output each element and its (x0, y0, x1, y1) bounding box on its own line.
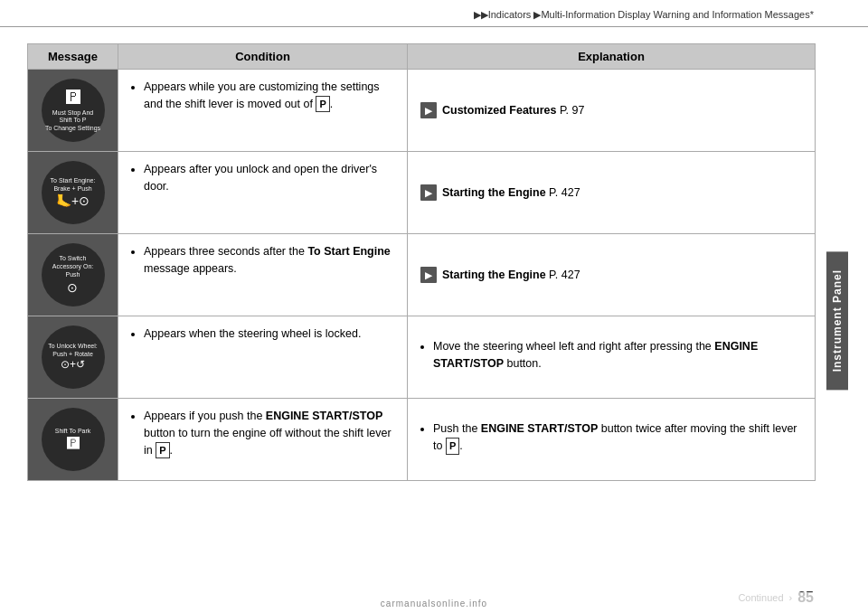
icon-cell: Shift To Park🅿 (28, 399, 118, 481)
table-row: To Start Engine:Brake + Push🦶+⊙ Appears … (28, 152, 816, 234)
ref-icon: ▶ (420, 267, 437, 283)
message-icon: Shift To Park🅿 (42, 408, 105, 471)
table-row: To SwitchAccessory On:Push⊙ Appears thre… (28, 234, 816, 316)
watermark: carmanualsonline.info (0, 592, 868, 613)
sidebar-label: Instrument Panel (826, 251, 848, 390)
explanation-cell: ▶ Customized Features P. 97 (408, 70, 816, 152)
message-icon: To Start Engine:Brake + Push🦶+⊙ (42, 161, 105, 224)
explanation-cell: Push the ENGINE START/STOP button twice … (408, 399, 816, 481)
page-header: ▶▶Indicators ▶Multi-Information Display … (0, 0, 868, 27)
table-row: To Unlock Wheel:Push + Rotate⊙+↺ Appears… (28, 316, 816, 399)
condition-cell: Appears three seconds after the To Start… (118, 234, 408, 316)
icon-cell: To Start Engine:Brake + Push🦶+⊙ (28, 152, 118, 234)
message-icon: To Unlock Wheel:Push + Rotate⊙+↺ (42, 325, 105, 389)
icon-cell: To Unlock Wheel:Push + Rotate⊙+↺ (28, 316, 118, 399)
col-message: Message (28, 44, 118, 70)
condition-cell: Appears while you are customizing the se… (118, 70, 408, 152)
right-sidebar: Instrument Panel (825, 43, 850, 599)
message-icon: To SwitchAccessory On:Push⊙ (42, 243, 105, 306)
ref-icon: ▶ (420, 102, 437, 118)
explanation-cell: ▶ Starting the Engine P. 427 (408, 234, 816, 316)
main-table: Message Condition Explanation 🅿 Must Sto… (27, 43, 816, 481)
condition-cell: Appears when the steering wheel is locke… (118, 316, 408, 399)
col-condition: Condition (118, 44, 408, 70)
explanation-cell: Move the steering wheel left and right a… (408, 316, 816, 399)
table-row: 🅿 Must Stop AndShift To PTo Change Setti… (28, 70, 816, 152)
col-explanation: Explanation (408, 44, 816, 70)
icon-cell: 🅿 Must Stop AndShift To PTo Change Setti… (28, 70, 118, 152)
message-icon: 🅿 Must Stop AndShift To PTo Change Setti… (42, 79, 105, 142)
explanation-cell: ▶ Starting the Engine P. 427 (408, 152, 816, 234)
icon-cell: To SwitchAccessory On:Push⊙ (28, 234, 118, 316)
breadcrumb: ▶▶Indicators ▶Multi-Information Display … (474, 9, 814, 20)
condition-cell: Appears if you push the ENGINE START/STO… (118, 399, 408, 481)
table-row: Shift To Park🅿 Appears if you push the E… (28, 399, 816, 481)
ref-icon: ▶ (420, 184, 437, 201)
condition-cell: Appears after you unlock and open the dr… (118, 152, 408, 234)
